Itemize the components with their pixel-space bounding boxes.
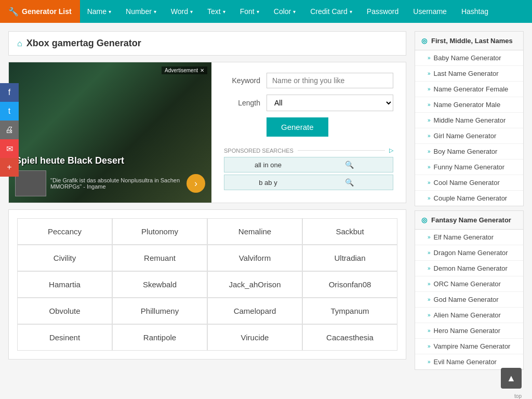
sidebar-item-label: God Name Generator — [434, 296, 499, 303]
sidebar-names-title: First, Middle, Last Names — [431, 37, 513, 45]
sidebar-item[interactable]: »Name Generator Female — [415, 82, 523, 97]
sidebar-item[interactable]: »Vampire Name Generator — [415, 339, 523, 354]
nav-items: Name ▾ Number ▾ Word ▾ Text ▾ Font ▾ Col… — [80, 0, 532, 23]
result-cell[interactable]: Jack_ahOrison — [207, 271, 302, 298]
length-row: Length All Short Medium Long — [224, 95, 393, 111]
result-cell[interactable]: Valviform — [207, 245, 302, 271]
sidebar-item[interactable]: »Funny Name Generator — [415, 159, 523, 175]
sponsored-btn-2[interactable]: b ab y 🔍 — [224, 175, 393, 190]
ad-arrow-button[interactable]: › — [187, 174, 205, 193]
length-select[interactable]: All Short Medium Long — [267, 95, 393, 111]
circle-icon-fantasy: ◎ — [421, 216, 427, 224]
nav-password[interactable]: Password — [360, 0, 406, 23]
sidebar-fantasy-header: ◎ Fantasy Name Generator — [415, 211, 523, 230]
nav-color-arrow: ▾ — [293, 9, 296, 15]
nav-color[interactable]: Color ▾ — [267, 0, 303, 23]
sidebar-fantasy-title: Fantasy Name Generator — [431, 216, 511, 224]
sidebar-item[interactable]: »Evil Name Generator — [415, 354, 523, 369]
chevron-icon: » — [428, 281, 431, 287]
chevron-icon: » — [428, 117, 431, 123]
chevron-icon: » — [428, 234, 431, 240]
ad-close-icon[interactable]: ✕ — [200, 68, 204, 73]
result-cell[interactable]: Rantipole — [112, 324, 207, 351]
sidebar-item[interactable]: »Last Name Generator — [415, 66, 523, 82]
sidebar-item[interactable]: »Middle Name Generator — [415, 113, 523, 128]
sidebar-item[interactable]: »Couple Name Generator — [415, 191, 523, 206]
result-cell[interactable]: Camelopard — [207, 298, 302, 324]
result-cell[interactable]: Skewbald — [112, 271, 207, 298]
sidebar-item[interactable]: »ORC Name Generator — [415, 276, 523, 292]
nav-font-label: Font — [240, 7, 255, 16]
chevron-icon: » — [428, 180, 431, 185]
sidebar: ◎ First, Middle, Last Names »Baby Name G… — [415, 31, 524, 374]
facebook-button[interactable]: f — [0, 83, 19, 102]
sidebar-item[interactable]: »Cool Name Generator — [415, 175, 523, 191]
sidebar-names-items: »Baby Name Generator»Last Name Generator… — [415, 50, 523, 206]
sidebar-item[interactable]: »Hero Name Generator — [415, 323, 523, 339]
nav-name[interactable]: Name ▾ — [80, 0, 118, 23]
twitter-button[interactable]: t — [0, 102, 19, 121]
ad-inner: Spiel heute Black Desert "Die Grafik ist… — [9, 62, 211, 203]
nav-font[interactable]: Font ▾ — [233, 0, 267, 23]
back-to-top-button[interactable]: ▲ — [501, 368, 522, 382]
result-cell[interactable]: Sackbut — [302, 218, 397, 245]
result-cell[interactable]: Obvolute — [17, 298, 112, 324]
nav-number-label: Number — [126, 7, 152, 16]
sponsored-btn-1[interactable]: all in one 🔍 — [224, 157, 393, 172]
sidebar-item[interactable]: »Name Generator Male — [415, 97, 523, 113]
search-icon-1: 🔍 — [311, 161, 388, 169]
nav-text[interactable]: Text ▾ — [200, 0, 233, 23]
wrench-icon: 🔧 — [8, 7, 19, 17]
sidebar-item-label: Name Generator Female — [434, 85, 509, 93]
generate-button[interactable]: Generate — [267, 117, 328, 137]
result-cell[interactable]: Tympanum — [302, 298, 397, 324]
result-cell[interactable]: Desinent — [17, 324, 112, 351]
nav-word-arrow: ▾ — [190, 9, 193, 15]
chevron-icon: » — [428, 55, 431, 61]
plus-button[interactable]: + — [0, 158, 19, 177]
result-cell[interactable]: Remuant — [112, 245, 207, 271]
result-cell[interactable]: Ultradian — [302, 245, 397, 271]
page-title: Xbox gamertag Generator — [26, 38, 141, 49]
result-cell[interactable]: Peccancy — [17, 218, 112, 245]
nav-password-label: Password — [367, 7, 398, 16]
generator-list-label: Generator List — [22, 7, 72, 16]
sidebar-item[interactable]: »Demon Name Generator — [415, 261, 523, 276]
sidebar-fantasy-items: »Elf Name Generator»Dragon Name Generato… — [415, 230, 523, 369]
keyword-input[interactable] — [267, 73, 393, 88]
nav-number[interactable]: Number ▾ — [118, 0, 164, 23]
nav-username[interactable]: Username — [406, 0, 454, 23]
result-cell[interactable]: Civility — [17, 245, 112, 271]
generator-list-button[interactable]: 🔧 Generator List — [0, 0, 80, 23]
result-cell[interactable]: Orisonfan08 — [302, 271, 397, 298]
result-cell[interactable]: Nemaline — [207, 218, 302, 245]
print-button[interactable]: 🖨 — [0, 121, 19, 139]
sidebar-item-label: Alien Name Generator — [434, 311, 501, 319]
chevron-icon: » — [428, 359, 431, 365]
generator-form: Keyword Length All Short Medium Long Gen… — [211, 62, 406, 203]
sidebar-item[interactable]: »Boy Name Generator — [415, 144, 523, 159]
result-cell[interactable]: Plutonomy — [112, 218, 207, 245]
result-cell[interactable]: Phillumeny — [112, 298, 207, 324]
sidebar-item[interactable]: »Baby Name Generator — [415, 50, 523, 66]
sidebar-item[interactable]: »Girl Name Generator — [415, 128, 523, 144]
nav-creditcard[interactable]: Credit Card ▾ — [303, 0, 360, 23]
result-cell[interactable]: Virucide — [207, 324, 302, 351]
nav-hashtag[interactable]: Hashtag — [454, 0, 496, 23]
chevron-icon: » — [428, 195, 431, 201]
result-cell[interactable]: Hamartia — [17, 271, 112, 298]
mail-button[interactable]: ✉ — [0, 139, 19, 158]
results-box: PeccancyPlutonomyNemalineSackbutCivility… — [8, 209, 406, 360]
chevron-icon: » — [428, 102, 431, 108]
result-cell[interactable]: Cacaesthesia — [302, 324, 397, 351]
sidebar-item[interactable]: »God Name Generator — [415, 292, 523, 308]
nav-font-arrow: ▾ — [257, 9, 259, 15]
sidebar-item[interactable]: »Dragon Name Generator — [415, 245, 523, 261]
sponsored-play-icon: ▷ — [389, 147, 393, 154]
sidebar-item-label: Demon Name Generator — [434, 264, 508, 272]
sponsored-btn-1-text: all in one — [230, 161, 307, 169]
sidebar-item[interactable]: »Elf Name Generator — [415, 230, 523, 245]
nav-word[interactable]: Word ▾ — [164, 0, 200, 23]
sidebar-item[interactable]: »Alien Name Generator — [415, 308, 523, 323]
nav-text-label: Text — [207, 7, 221, 16]
